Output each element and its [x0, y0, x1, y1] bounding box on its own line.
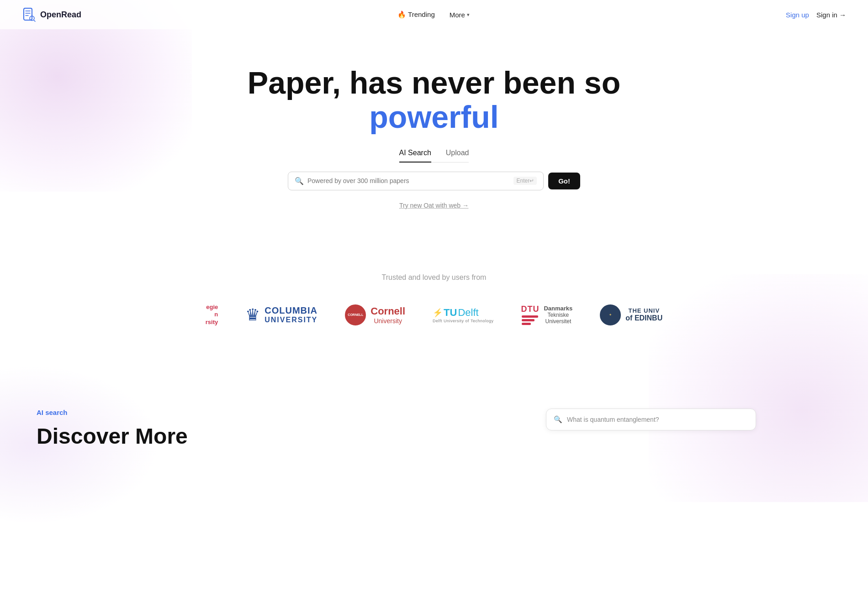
- navbar: OpenRead 🔥 Trending More ▾ Sign up Sign …: [0, 0, 868, 29]
- dtu-icon: DTU: [521, 304, 539, 325]
- search-input[interactable]: [307, 177, 510, 184]
- dtu-text: Danmarks Tekniske Universitet: [544, 305, 572, 325]
- bottom-title: Discover More: [37, 424, 397, 449]
- hero-title: Paper, has never been so powerful: [11, 66, 857, 134]
- tab-upload[interactable]: Upload: [446, 149, 469, 163]
- hero-section: Paper, has never been so powerful AI Sea…: [0, 29, 868, 237]
- bottom-right: 🔍 What is quantum entanglement?: [434, 390, 868, 491]
- university-logos: egie n rsity ♛ COLUMBIA UNIVERSITY CORNE…: [11, 304, 857, 327]
- bottom-search-icon: 🔍: [554, 415, 562, 424]
- brand-name: OpenRead: [40, 10, 81, 20]
- bottom-left: AI search Discover More: [0, 390, 434, 491]
- uni-logo-cmu: egie n rsity: [206, 304, 218, 327]
- go-button[interactable]: Go!: [548, 173, 580, 189]
- uni-logo-dtu: DTU Danmarks Tekniske Universitet: [521, 304, 572, 325]
- search-bar: 🔍 Enter↵: [288, 172, 544, 190]
- search-tabs: AI Search Upload: [399, 149, 469, 163]
- tab-ai-search[interactable]: AI Search: [399, 149, 431, 163]
- try-oat-link[interactable]: Try new Oat with web →: [399, 202, 469, 209]
- cmu-text: egie n rsity: [206, 304, 218, 327]
- ai-search-tag: AI search: [37, 409, 397, 416]
- brand-icon: [22, 7, 37, 22]
- cornell-text: Cornell University: [370, 305, 405, 325]
- enter-hint: Enter↵: [513, 177, 537, 185]
- bottom-section: AI search Discover More 🔍 What is quantu…: [0, 354, 868, 491]
- brand-logo[interactable]: OpenRead: [22, 7, 81, 22]
- nav-center: 🔥 Trending More ▾: [397, 10, 470, 19]
- columbia-text: COLUMBIA UNIVERSITY: [265, 305, 318, 324]
- bottom-title-text: Discover More: [37, 424, 188, 448]
- hero-title-accent: powerful: [369, 100, 498, 134]
- hero-title-line1: Paper, has never been so: [248, 65, 620, 100]
- lightning-icon: ⚡: [433, 308, 443, 318]
- trending-link[interactable]: 🔥 Trending: [397, 10, 435, 19]
- columbia-crown-icon: ♛: [245, 305, 260, 325]
- uni-logo-columbia: ♛ COLUMBIA UNIVERSITY: [245, 305, 318, 325]
- uni-logo-tudelft: ⚡ TU Delft Delft University of Technolog…: [433, 307, 493, 323]
- search-bar-container: 🔍 Enter↵ Go!: [288, 172, 580, 190]
- tudelft-text: ⚡ TU Delft Delft University of Technolog…: [433, 307, 493, 323]
- more-label: More: [450, 11, 465, 19]
- edinburgh-text: THE UNIV of EDINBU: [625, 307, 662, 322]
- nav-right: Sign up Sign in →: [786, 11, 846, 19]
- try-oat-container: Try new Oat with web →: [11, 201, 857, 210]
- trending-label: 🔥 Trending: [397, 10, 435, 19]
- trusted-title: Trusted and loved by users from: [11, 273, 857, 282]
- chevron-down-icon: ▾: [467, 12, 470, 18]
- cornell-seal-icon: CORNELL: [345, 304, 366, 325]
- edinburgh-seal-icon: ✦: [600, 304, 621, 325]
- signin-button[interactable]: Sign in →: [816, 11, 846, 19]
- svg-rect-0: [24, 8, 32, 20]
- uni-logo-cornell: CORNELL Cornell University: [345, 304, 405, 325]
- more-menu[interactable]: More ▾: [450, 11, 470, 19]
- bottom-search-box: 🔍 What is quantum entanglement?: [546, 409, 756, 430]
- bottom-search-placeholder: What is quantum entanglement?: [567, 416, 659, 423]
- signup-button[interactable]: Sign up: [786, 11, 809, 19]
- uni-logo-edinburgh: ✦ THE UNIV of EDINBU: [600, 304, 662, 325]
- search-icon: 🔍: [295, 177, 304, 185]
- trusted-section: Trusted and loved by users from egie n r…: [0, 237, 868, 354]
